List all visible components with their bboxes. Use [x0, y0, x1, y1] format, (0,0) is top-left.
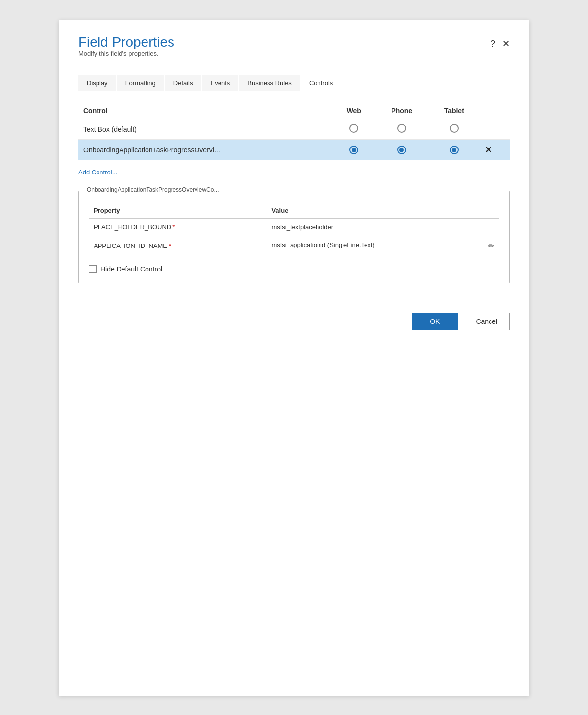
- dialog-window-controls: ? ✕: [490, 38, 510, 49]
- properties-table: Property Value PLACE_HOLDER_BOUND* msfsi…: [89, 203, 499, 255]
- tab-formatting[interactable]: Formatting: [117, 75, 164, 91]
- control-name: OnboardingApplicationTaskProgressOvervi.…: [78, 140, 333, 161]
- property-name: PLACE_HOLDER_BOUND*: [89, 219, 267, 236]
- col-header-tablet: Tablet: [428, 103, 480, 119]
- hide-default-row: Hide Default Control: [89, 265, 499, 273]
- tablet-radio-textbox[interactable]: [428, 119, 480, 140]
- col-header-web: Web: [333, 103, 375, 119]
- radio-circle[interactable]: [450, 124, 459, 133]
- phone-radio-onboarding[interactable]: [375, 140, 428, 161]
- prop-col-header-property: Property: [89, 203, 267, 219]
- tabs-container: Display Formatting Details Events Busine…: [78, 75, 510, 91]
- property-name: APPLICATION_ID_NAME*: [89, 236, 267, 256]
- add-control-link[interactable]: Add Control...: [78, 169, 118, 176]
- table-row: APPLICATION_ID_NAME* msfsi_applicationid…: [89, 236, 499, 256]
- prop-col-header-value: Value: [267, 203, 499, 219]
- dialog-header: Field Properties Modify this field's pro…: [78, 34, 510, 72]
- tab-display[interactable]: Display: [78, 75, 116, 91]
- table-row: PLACE_HOLDER_BOUND* msfsi_textplaceholde…: [89, 219, 499, 236]
- hide-default-label: Hide Default Control: [100, 265, 162, 273]
- radio-dot: [452, 148, 456, 152]
- tab-details[interactable]: Details: [165, 75, 201, 91]
- tab-business-rules[interactable]: Business Rules: [239, 75, 300, 91]
- radio-dot: [399, 148, 404, 152]
- property-value: msfsi_textplaceholder: [267, 219, 499, 236]
- tab-controls[interactable]: Controls: [301, 75, 341, 91]
- edit-property-icon[interactable]: ✏: [488, 241, 494, 250]
- table-row: Text Box (default): [78, 119, 510, 140]
- radio-dot: [352, 148, 356, 152]
- phone-radio-textbox[interactable]: [375, 119, 428, 140]
- col-header-phone: Phone: [375, 103, 428, 119]
- radio-circle-selected[interactable]: [349, 146, 358, 154]
- control-name: Text Box (default): [78, 119, 333, 140]
- property-value: msfsi_applicationid (SingleLine.Text) ✏: [267, 236, 499, 256]
- properties-section: OnboardingApplicationTaskProgressOvervie…: [78, 191, 510, 283]
- radio-circle[interactable]: [397, 124, 406, 133]
- dialog-footer: OK Cancel: [78, 303, 510, 330]
- field-properties-dialog: Field Properties Modify this field's pro…: [59, 20, 529, 696]
- radio-circle-selected[interactable]: [450, 146, 459, 154]
- close-button[interactable]: ✕: [502, 38, 510, 49]
- web-radio-onboarding[interactable]: [333, 140, 375, 161]
- table-row: OnboardingApplicationTaskProgressOvervi.…: [78, 140, 510, 161]
- ok-button[interactable]: OK: [412, 313, 458, 330]
- help-button[interactable]: ?: [490, 39, 495, 49]
- hide-default-checkbox[interactable]: [89, 265, 97, 273]
- tablet-radio-onboarding[interactable]: [428, 140, 480, 161]
- dialog-title: Field Properties: [78, 34, 174, 50]
- dialog-subtitle: Modify this field's properties.: [78, 50, 174, 57]
- radio-circle-selected[interactable]: [397, 146, 406, 154]
- required-indicator: *: [172, 223, 175, 231]
- required-indicator: *: [169, 242, 171, 249]
- remove-control-button[interactable]: ✕: [485, 145, 492, 155]
- web-radio-textbox[interactable]: [333, 119, 375, 140]
- col-header-control: Control: [78, 103, 333, 119]
- cancel-button[interactable]: Cancel: [464, 313, 510, 330]
- properties-section-legend: OnboardingApplicationTaskProgressOvervie…: [85, 186, 220, 193]
- controls-table: Control Web Phone Tablet Text Box (defau…: [78, 103, 510, 160]
- radio-circle[interactable]: [349, 124, 358, 133]
- tab-events[interactable]: Events: [202, 75, 239, 91]
